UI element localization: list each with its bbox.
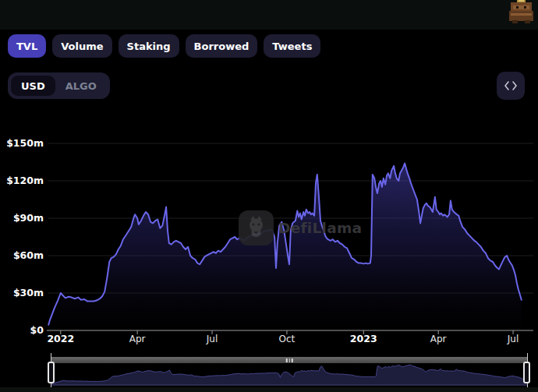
chart-canvas [0, 109, 538, 351]
y-axis-label: $30m [3, 288, 44, 298]
x-axis-label: Jul [508, 334, 519, 344]
range-slider-track[interactable] [51, 357, 528, 363]
tab-tvl[interactable]: TVL [8, 34, 46, 58]
drag-grip-icon[interactable] [286, 358, 293, 362]
y-axis-label: $120m [3, 175, 44, 186]
tab-borrowed[interactable]: Borrowed [186, 34, 258, 58]
tab-tweets[interactable]: Tweets [264, 34, 320, 58]
minimap-area [51, 365, 528, 385]
tvl-chart-page: TVL Volume Staking Borrowed Tweets USD A… [0, 0, 538, 392]
x-axis-label: Jul [207, 334, 218, 344]
minimap-chart [51, 363, 528, 387]
currency-toggle: USD ALGO [8, 72, 110, 99]
x-axis-label: Apr [430, 334, 447, 344]
y-axis-label: $150m [3, 138, 44, 149]
x-axis-label: Oct [279, 334, 296, 344]
currency-option-algo[interactable]: ALGO [55, 76, 107, 96]
y-axis-label: $60m [3, 250, 44, 261]
chart-tabs: TVL Volume Staking Borrowed Tweets [8, 34, 320, 58]
tab-staking[interactable]: Staking [119, 34, 179, 58]
currency-option-usd[interactable]: USD [11, 76, 55, 96]
bottom-strip [0, 387, 538, 392]
tab-volume[interactable]: Volume [52, 34, 111, 58]
time-range-slider [0, 352, 538, 388]
x-axis-label: 2022 [47, 334, 74, 344]
y-axis-label: $90m [3, 213, 44, 224]
x-axis-label: 2023 [350, 334, 377, 344]
range-handle-right[interactable] [523, 362, 530, 383]
embed-chart-button[interactable] [497, 72, 525, 100]
top-strip [0, 0, 538, 30]
pixel-bear-mascot-icon [508, 0, 534, 23]
code-embed-icon [503, 80, 519, 91]
tvl-area-chart[interactable]: $150m$120m$90m$60m$30m$02022AprJulOct202… [0, 109, 538, 351]
y-axis-label: $0 [3, 325, 44, 336]
range-handle-left[interactable] [48, 362, 55, 383]
x-axis-label: Apr [129, 334, 146, 344]
